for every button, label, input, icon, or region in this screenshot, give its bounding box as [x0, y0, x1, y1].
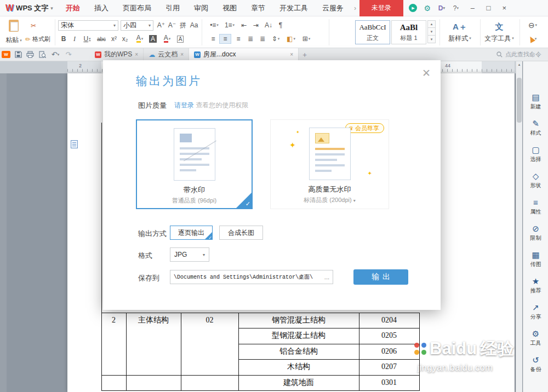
app-logo[interactable]: W WPS 文字 ▾ — [0, 3, 59, 13]
zoom-out-magnifier-icon[interactable]: ⊖▾ — [524, 20, 541, 30]
sidebar-item-styles[interactable]: ✎样式 — [523, 115, 548, 141]
text-tool-button[interactable]: 文 文字工具▾ — [481, 19, 517, 45]
distribute-icon[interactable]: ≣ — [256, 34, 269, 44]
doc-tab-current-document[interactable]: W 房屋...docx × — [189, 48, 299, 61]
mode-per-page-button[interactable]: 逐页输出 ✓ — [170, 226, 213, 240]
window-close-button[interactable]: × — [496, 0, 512, 16]
vertical-scrollbar[interactable]: ▴ — [516, 61, 522, 392]
sidebar-item-recommend[interactable]: ★推荐 — [523, 273, 548, 299]
strikethrough-icon[interactable]: abc — [94, 34, 109, 44]
format-painter-button[interactable]: ✏ 格式刷 — [25, 35, 50, 43]
save-icon[interactable] — [12, 49, 24, 61]
save-path-input[interactable]: \Documents and Settings\Administrator\桌面… — [170, 270, 333, 284]
help-icon[interactable]: ?▾ — [449, 2, 463, 14]
close-icon[interactable]: × — [135, 51, 138, 57]
cut-scissors-icon[interactable]: ✂ — [28, 21, 38, 31]
font-size-select[interactable]: 小四▾ — [121, 20, 153, 31]
sidebar-item-share[interactable]: ↗分享 — [523, 299, 548, 325]
option-desc[interactable]: 标清品质 (200dpi) ▾ — [271, 196, 389, 204]
format-select[interactable]: JPG ▾ — [170, 247, 209, 262]
align-right-icon[interactable]: ≡ — [232, 34, 244, 44]
shading-icon[interactable]: ◧▾ — [284, 34, 298, 44]
print-icon[interactable] — [24, 49, 36, 61]
close-icon[interactable]: × — [290, 51, 293, 57]
scroll-up-icon[interactable]: ▴ — [516, 61, 522, 68]
bold-icon[interactable]: B — [58, 34, 69, 44]
indent-icon[interactable]: ⇥ — [250, 20, 262, 30]
sidebar-item-tools[interactable]: ⚙工具 — [523, 325, 548, 351]
justify-icon[interactable]: ≣ — [244, 34, 256, 44]
highlight-color-icon[interactable]: A▾ — [133, 34, 147, 44]
font-color-icon[interactable]: A▾ — [160, 34, 174, 44]
char-border-icon[interactable]: A — [174, 34, 186, 44]
line-spacing-icon[interactable]: ⇕▾ — [269, 34, 283, 44]
style-normal[interactable]: AaBbCcI 正文 — [355, 20, 390, 44]
doc-tab-my-wps[interactable]: W 我的WPS × — [90, 48, 144, 61]
close-icon[interactable]: ✕ — [422, 67, 431, 79]
margin-marker-icon[interactable] — [71, 140, 78, 148]
sidebar-item-backup[interactable]: ↺备份 — [523, 351, 548, 378]
tab-cloud-service[interactable]: 云服务 — [315, 0, 351, 16]
tab-home[interactable]: 开始 — [59, 0, 87, 16]
new-style-button[interactable]: A＋ 新样式▾ — [442, 19, 478, 45]
paste-button[interactable]: 粘贴▾ — [4, 20, 23, 45]
tab-review[interactable]: 审阅 — [187, 0, 215, 16]
login-button[interactable]: 未登录 — [359, 0, 403, 16]
redo-icon[interactable]: ↷ — [62, 49, 75, 61]
italic-icon[interactable]: I — [69, 34, 80, 44]
window-maximize-button[interactable]: □ — [481, 0, 496, 16]
scroll-down-icon[interactable]: ▾ — [427, 28, 436, 36]
undo-icon[interactable]: ↶▾ — [48, 49, 62, 61]
numbered-list-icon[interactable]: 1≡▾ — [222, 20, 237, 30]
settings-gear-icon[interactable]: ⚙ — [421, 2, 434, 14]
command-search[interactable]: 点此查找命令 — [496, 50, 548, 59]
pilcrow-icon[interactable]: ¶ — [275, 20, 286, 30]
change-case-icon[interactable]: Aa — [189, 20, 199, 30]
align-left-icon[interactable]: ≡ — [207, 34, 219, 44]
tab-dev-tools[interactable]: 开发工具 — [272, 0, 315, 16]
mode-long-image-button[interactable]: 合成长图 — [219, 226, 263, 240]
tab-references[interactable]: 引用 — [158, 0, 187, 16]
window-minimize-button[interactable]: – — [465, 0, 481, 16]
increase-font-icon[interactable]: A⁺ — [156, 20, 167, 30]
decrease-font-icon[interactable]: A⁻ — [167, 20, 178, 30]
gallery-more-icon[interactable]: ▾ — [427, 36, 436, 43]
export-button[interactable]: 输出 — [353, 269, 408, 285]
char-shading-icon[interactable]: A — [147, 34, 159, 44]
close-icon[interactable]: × — [180, 51, 184, 57]
option-watermark-card[interactable]: 带水印 普通品质 (96dpi) ✓ — [136, 119, 253, 209]
upgrade-icon[interactable]: ▶ — [407, 2, 420, 14]
tab-page-layout[interactable]: 页面布局 — [116, 0, 158, 16]
bullet-list-icon[interactable]: •≡▾ — [207, 20, 221, 30]
scroll-up-icon[interactable]: ▴ — [427, 20, 436, 28]
pinyin-guide-icon[interactable]: 拼 — [178, 20, 189, 30]
outdent-icon[interactable]: ⇤ — [238, 20, 250, 30]
align-center-icon[interactable]: ≡ — [219, 34, 231, 44]
sidebar-item-shapes[interactable]: ◇形状 — [523, 168, 548, 194]
doc-tab-cloud-docs[interactable]: ☁ 云文档 × — [144, 48, 189, 61]
tab-view[interactable]: 视图 — [215, 0, 244, 16]
option-hq-card[interactable]: ♛ 会员尊享 ✦ ✦ ✦ 高质量无水印 标清品质 (200dpi) ▾ — [270, 119, 389, 209]
sidebar-item-upload-image[interactable]: ▦传图 — [523, 246, 548, 273]
tab-insert[interactable]: 插入 — [87, 0, 116, 16]
style-heading1[interactable]: AaBl 标题 1 — [391, 20, 426, 44]
subscript-icon[interactable]: x₂ — [119, 34, 130, 44]
superscript-icon[interactable]: x² — [109, 34, 119, 44]
tab-section[interactable]: 章节 — [244, 0, 272, 16]
more-tabs-chevron-icon[interactable]: › — [351, 4, 359, 12]
wps-menu-icon[interactable]: W — [0, 49, 12, 61]
browse-button[interactable]: ... — [324, 274, 329, 280]
print-preview-icon[interactable] — [36, 49, 48, 61]
sort-icon[interactable]: A↓ — [262, 20, 275, 30]
sidebar-item-restrict[interactable]: ⊘限制 — [523, 220, 548, 246]
underline-icon[interactable]: U▾ — [80, 34, 94, 44]
style-gallery-scroll[interactable]: ▴ ▾ ▾ — [427, 20, 436, 43]
select-cursor-icon[interactable]: ▾ — [525, 34, 540, 44]
sidebar-item-select[interactable]: ▢选择 — [523, 141, 548, 168]
login-link[interactable]: 请登录 — [174, 101, 194, 109]
scrollbar-thumb[interactable] — [517, 78, 522, 123]
skin-icon[interactable]: D▾ — [435, 2, 448, 14]
new-tab-plus-icon[interactable]: ＋ — [299, 49, 311, 61]
sidebar-item-new[interactable]: ▤新建 — [523, 89, 548, 115]
sidebar-item-properties[interactable]: ≡属性 — [523, 194, 548, 220]
